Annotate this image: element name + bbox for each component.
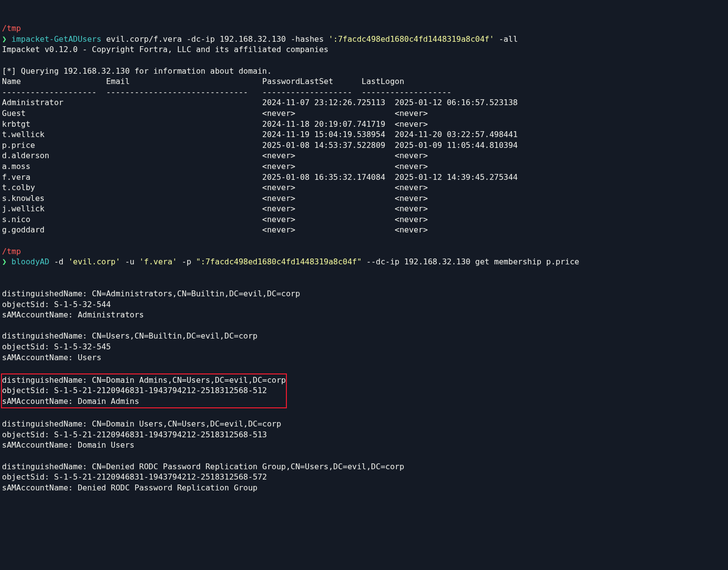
- cmd-args: -d: [49, 257, 68, 266]
- query-status: [*] Querying 192.168.32.130 for informat…: [2, 66, 272, 76]
- command-name: bloodyAD: [11, 257, 49, 266]
- cmd-args: -u: [120, 257, 140, 266]
- impacket-banner: Impacket v0.12.0 - Copyright Fortra, LLC…: [2, 45, 329, 54]
- cmd-args-tail: --dc-ip 192.168.32.130 get membership p.…: [362, 257, 579, 266]
- command-name: impacket-GetADUsers: [11, 34, 101, 44]
- group-entry: distinguishedName: CN=Domain Users,CN=Us…: [2, 419, 281, 450]
- command-args: evil.corp/f.vera -dc-ip 192.168.32.130 -…: [101, 34, 328, 44]
- cmd-domain-arg: 'evil.corp': [68, 257, 120, 266]
- command-args-tail: -all: [494, 34, 518, 44]
- membership-output: distinguishedName: CN=Administrators,CN=…: [2, 289, 404, 492]
- prompt-arrow: ❯: [2, 34, 7, 44]
- cmd-user-arg: 'f.vera': [139, 257, 177, 266]
- cmd-args: -p: [177, 257, 196, 266]
- table-separator: -------------------- -------------------…: [2, 87, 451, 97]
- table-header: Name Email PasswordLastSet LastLogon: [2, 77, 404, 86]
- user-table-body: Administrator 2024-11-07 23:12:26.725113…: [2, 98, 518, 234]
- cwd-path: /tmp: [2, 247, 21, 256]
- cwd-path: /tmp: [2, 24, 21, 33]
- command-hash-arg: ':7facdc498ed1680c4fd1448319a8c04f': [329, 34, 494, 44]
- cmd-pass-arg: ":7facdc498ed1680c4fd1448319a8c04f": [196, 257, 362, 266]
- group-entry-highlighted: distinguishedName: CN=Domain Admins,CN=U…: [1, 373, 287, 408]
- group-entry: distinguishedName: CN=Users,CN=Builtin,D…: [2, 331, 257, 362]
- prompt-arrow: ❯: [2, 257, 7, 266]
- group-entry: distinguishedName: CN=Administrators,CN=…: [2, 289, 300, 319]
- terminal-output[interactable]: /tmp ❯ impacket-GetADUsers evil.corp/f.v…: [2, 23, 726, 493]
- group-entry: distinguishedName: CN=Denied RODC Passwo…: [2, 462, 404, 492]
